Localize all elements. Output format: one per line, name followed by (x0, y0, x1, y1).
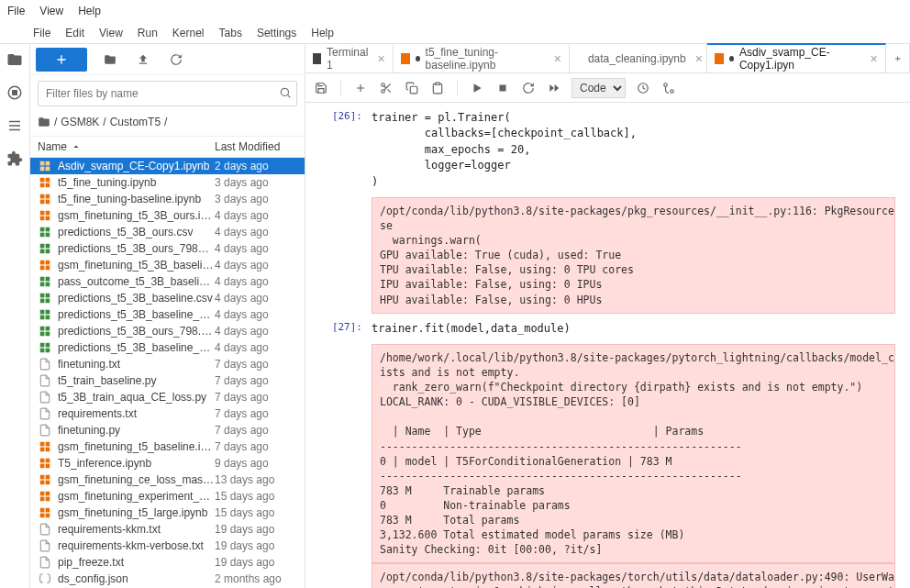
cell-prompt: [27]: (320, 321, 372, 588)
breadcrumb-seg[interactable]: CustomT5 (110, 116, 161, 128)
close-icon[interactable]: × (554, 51, 561, 66)
file-icon (38, 522, 52, 537)
file-row[interactable]: predictions_t5_3B_baseline_1094.csv4 day… (30, 339, 305, 356)
notebook-icon (715, 53, 724, 64)
file-row[interactable]: gsm_finetuning_t5_baseline.ipynb7 days a… (30, 438, 305, 455)
copy-icon[interactable] (404, 80, 420, 96)
svg-line-87 (384, 85, 386, 87)
menu-run[interactable]: Run (138, 27, 158, 39)
breadcrumb[interactable]: / GSM8K / CustomT5 / (30, 112, 305, 136)
svg-rect-40 (46, 294, 50, 298)
svg-rect-13 (40, 183, 45, 188)
file-modified: 7 days ago (215, 424, 297, 437)
restart-run-icon[interactable] (546, 80, 562, 96)
toc-icon[interactable] (6, 117, 23, 134)
close-icon[interactable]: × (377, 51, 384, 66)
filter-input[interactable] (38, 81, 297, 106)
svg-point-83 (382, 83, 385, 86)
svg-rect-37 (40, 283, 45, 287)
file-modified: 4 days ago (215, 292, 297, 305)
clock-icon[interactable] (635, 80, 651, 96)
file-name: t5_3B_train_aqua_CE_loss.py (58, 391, 215, 404)
file-row[interactable]: predictions_t5_3B_baseline_1094+.csv4 da… (30, 306, 305, 323)
file-row[interactable]: finetuning.py7 days ago (30, 422, 305, 438)
svg-rect-19 (40, 211, 45, 216)
refresh-icon[interactable] (166, 50, 186, 70)
svg-rect-67 (40, 492, 45, 496)
cell-type-select[interactable]: Code (572, 78, 626, 98)
close-icon[interactable]: × (695, 51, 703, 66)
menu-file[interactable]: File (33, 27, 50, 39)
file-row[interactable]: predictions_t5_3B_baseline.csv4 days ago (30, 290, 305, 306)
close-icon[interactable]: × (870, 51, 877, 66)
file-row[interactable]: t5_train_baseline.py7 days ago (30, 372, 305, 389)
file-row[interactable]: ds_config.json2 months ago (30, 571, 305, 587)
new-folder-icon[interactable] (100, 50, 120, 70)
new-tab-button[interactable] (886, 44, 910, 72)
file-row[interactable]: gsm_finetuning_t5_3B_baseline.ipynb4 day… (30, 257, 305, 273)
paste-icon[interactable] (429, 80, 446, 96)
file-row[interactable]: Asdiv_svamp_CE-Copy1.ipynb2 days ago (30, 158, 305, 174)
menu-view[interactable]: View (99, 27, 123, 39)
file-row[interactable]: predictions_t5_3B_ours_798.csv4 days ago (30, 323, 305, 339)
file-row[interactable]: pass_outcome_t5_3B_baseline_temp...4 day… (30, 273, 305, 290)
new-launcher-button[interactable] (36, 48, 87, 72)
folder-icon[interactable] (6, 51, 23, 68)
menu-edit[interactable]: Edit (65, 27, 84, 39)
file-row[interactable]: gsm_finetuning_ce_loss_mask30_spa...13 d… (30, 472, 305, 488)
file-name: requirements.txt (58, 407, 215, 420)
file-row[interactable]: requirements-kkm.txt19 days ago (30, 521, 305, 538)
menu-view[interactable]: View (39, 5, 63, 17)
file-row[interactable]: gsm_finetuning_t5_large.ipynb15 days ago (30, 505, 305, 521)
file-modified: 19 days ago (215, 539, 297, 552)
code-cell[interactable]: trainer = pl.Trainer( callbacks=[checkpo… (372, 110, 895, 190)
menu-help[interactable]: Help (311, 27, 334, 39)
menu-file[interactable]: File (7, 5, 25, 17)
tab-terminal-1[interactable]: Terminal 1× (305, 44, 394, 72)
csv-icon (38, 340, 52, 355)
menu-settings[interactable]: Settings (257, 27, 296, 39)
file-row[interactable]: t5_3B_train_aqua_CE_loss.py7 days ago (30, 389, 305, 405)
file-row[interactable]: gsm_finetuning_experiment_eq_gen.i...15 … (30, 488, 305, 505)
file-row[interactable]: predictions_t5_3B_ours_798+.csv4 days ag… (30, 240, 305, 257)
tab-t5_fine_tuning-baseline-ipynb[interactable]: t5_fine_tuning-baseline.ipynb× (394, 44, 570, 72)
file-name: Asdiv_svamp_CE-Copy1.ipynb (58, 160, 215, 172)
py-icon (38, 423, 52, 438)
file-row[interactable]: requirements.txt7 days ago (30, 405, 305, 422)
cut-icon[interactable] (378, 80, 394, 96)
menu-kernel[interactable]: Kernel (172, 27, 205, 39)
file-row[interactable]: pip_freeze.txt19 days ago (30, 554, 305, 571)
svg-rect-28 (46, 244, 50, 249)
run-icon[interactable] (469, 80, 485, 96)
file-row[interactable]: gsm_finetuning_t5_3B_ours.ipynb4 days ag… (30, 207, 305, 224)
code-cell[interactable]: trainer.fit(model,data_module) (372, 321, 895, 337)
file-name: predictions_t5_3B_baseline_1094+.csv (58, 308, 215, 321)
svg-rect-66 (46, 481, 50, 485)
save-icon[interactable] (313, 80, 329, 96)
col-name[interactable]: Name (38, 140, 67, 153)
col-modified[interactable]: Last Modified (215, 140, 297, 153)
svg-rect-60 (46, 459, 50, 463)
tab-asdiv_svamp_ce-copy1-ipyn[interactable]: Asdiv_svamp_CE-Copy1.ipyn× (707, 43, 886, 72)
stop-icon[interactable] (494, 80, 511, 96)
file-row[interactable]: finetuning.txt7 days ago (30, 356, 305, 372)
running-icon[interactable] (6, 84, 23, 101)
file-row[interactable]: T5_inference.ipynb9 days ago (30, 455, 305, 472)
extensions-icon[interactable] (6, 150, 23, 167)
file-row[interactable]: predictions_t5_3B_ours.csv4 days ago (30, 224, 305, 240)
menu-help[interactable]: Help (78, 5, 101, 17)
add-cell-icon[interactable] (352, 80, 369, 96)
git-icon[interactable] (660, 80, 677, 96)
restart-icon[interactable] (520, 80, 537, 96)
menu-tabs[interactable]: Tabs (219, 27, 242, 39)
svg-rect-30 (46, 250, 50, 254)
svg-rect-25 (40, 233, 45, 238)
file-row[interactable]: requirements-kkm-verbose.txt19 days ago (30, 538, 305, 554)
svg-rect-11 (40, 178, 45, 183)
nb-icon (38, 208, 52, 223)
file-row[interactable]: t5_fine_tuning.ipynb3 days ago (30, 174, 305, 191)
breadcrumb-seg[interactable]: GSM8K (61, 116, 99, 128)
file-row[interactable]: t5_fine_tuning-baseline.ipynb3 days ago (30, 191, 305, 207)
upload-icon[interactable] (133, 50, 153, 70)
tab-data_cleaning-ipynb[interactable]: data_cleaning.ipynb× (570, 44, 707, 72)
